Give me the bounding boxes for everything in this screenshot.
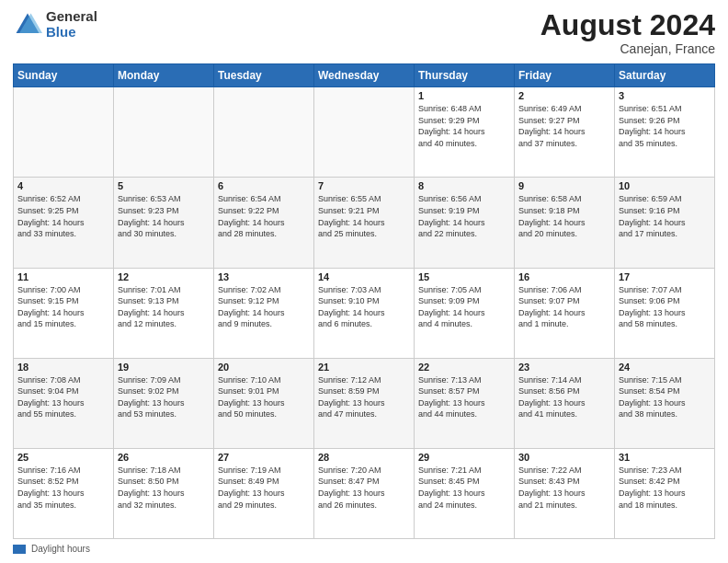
day-info-3-4: Sunrise: 7:13 AM Sunset: 8:57 PM Dayligh… [418,374,510,420]
week-row-0: 1Sunrise: 6:48 AM Sunset: 9:29 PM Daylig… [14,87,715,178]
day-info-3-2: Sunrise: 7:10 AM Sunset: 9:01 PM Dayligh… [218,374,310,420]
cell-1-0: 4Sunrise: 6:52 AM Sunset: 9:25 PM Daylig… [14,178,114,268]
cell-0-6: 3Sunrise: 6:51 AM Sunset: 9:26 PM Daylig… [615,87,715,178]
col-friday: Friday [515,64,615,87]
day-num-4-0: 25 [17,452,109,463]
cell-4-4: 29Sunrise: 7:21 AM Sunset: 8:45 PM Dayli… [415,448,515,538]
day-info-4-4: Sunrise: 7:21 AM Sunset: 8:45 PM Dayligh… [418,465,510,511]
cell-0-1 [114,87,214,178]
title-location: Canejan, France [540,41,715,56]
day-info-2-3: Sunrise: 7:03 AM Sunset: 9:10 PM Dayligh… [318,284,410,330]
day-num-3-4: 22 [418,362,510,373]
day-num-4-5: 30 [518,452,610,463]
cell-4-3: 28Sunrise: 7:20 AM Sunset: 8:47 PM Dayli… [314,448,415,538]
day-num-2-0: 11 [17,271,109,282]
day-info-2-2: Sunrise: 7:02 AM Sunset: 9:12 PM Dayligh… [218,284,310,330]
day-info-3-5: Sunrise: 7:14 AM Sunset: 8:56 PM Dayligh… [518,374,610,420]
col-monday: Monday [114,64,214,87]
cell-2-3: 14Sunrise: 7:03 AM Sunset: 9:10 PM Dayli… [314,268,415,358]
day-info-1-1: Sunrise: 6:53 AM Sunset: 9:23 PM Dayligh… [118,193,210,239]
col-saturday: Saturday [615,64,715,87]
day-num-4-2: 27 [218,452,310,463]
day-info-4-1: Sunrise: 7:18 AM Sunset: 8:50 PM Dayligh… [118,465,210,511]
cell-4-2: 27Sunrise: 7:19 AM Sunset: 8:49 PM Dayli… [214,448,314,538]
cell-2-1: 12Sunrise: 7:01 AM Sunset: 9:13 PM Dayli… [114,268,214,358]
cell-0-0 [14,87,114,178]
header-row: Sunday Monday Tuesday Wednesday Thursday… [14,64,715,87]
cell-1-3: 7Sunrise: 6:55 AM Sunset: 9:21 PM Daylig… [314,178,415,268]
day-info-2-6: Sunrise: 7:07 AM Sunset: 9:06 PM Dayligh… [619,284,711,330]
day-info-2-0: Sunrise: 7:00 AM Sunset: 9:15 PM Dayligh… [17,284,109,330]
day-info-3-6: Sunrise: 7:15 AM Sunset: 8:54 PM Dayligh… [619,374,711,420]
cell-1-1: 5Sunrise: 6:53 AM Sunset: 9:23 PM Daylig… [114,178,214,268]
day-info-1-5: Sunrise: 6:58 AM Sunset: 9:18 PM Dayligh… [518,193,610,239]
day-num-1-6: 10 [619,180,711,191]
cell-3-6: 24Sunrise: 7:15 AM Sunset: 8:54 PM Dayli… [615,358,715,448]
logo: General Blue [13,9,97,40]
week-row-3: 18Sunrise: 7:08 AM Sunset: 9:04 PM Dayli… [14,358,715,448]
day-num-1-0: 4 [17,180,109,191]
day-num-1-3: 7 [318,180,410,191]
cell-0-3 [314,87,415,178]
cell-4-5: 30Sunrise: 7:22 AM Sunset: 8:43 PM Dayli… [515,448,615,538]
day-num-3-3: 21 [318,362,410,373]
day-info-2-5: Sunrise: 7:06 AM Sunset: 9:07 PM Dayligh… [518,284,610,330]
cell-1-4: 8Sunrise: 6:56 AM Sunset: 9:19 PM Daylig… [415,178,515,268]
logo-text: General Blue [46,9,97,40]
day-info-1-3: Sunrise: 6:55 AM Sunset: 9:21 PM Dayligh… [318,193,410,239]
cell-2-5: 16Sunrise: 7:06 AM Sunset: 9:07 PM Dayli… [515,268,615,358]
header: General Blue August 2024 Canejan, France [13,9,715,56]
day-info-3-1: Sunrise: 7:09 AM Sunset: 9:02 PM Dayligh… [118,374,210,420]
title-month: August 2024 [540,9,715,41]
day-num-1-2: 6 [218,180,310,191]
cell-4-0: 25Sunrise: 7:16 AM Sunset: 8:52 PM Dayli… [14,448,114,538]
cell-0-5: 2Sunrise: 6:49 AM Sunset: 9:27 PM Daylig… [515,87,615,178]
day-num-1-4: 8 [418,180,510,191]
day-num-3-2: 20 [218,362,310,373]
week-row-1: 4Sunrise: 6:52 AM Sunset: 9:25 PM Daylig… [14,178,715,268]
day-info-1-0: Sunrise: 6:52 AM Sunset: 9:25 PM Dayligh… [17,193,109,239]
legend-label: Daylight hours [31,544,90,554]
cell-4-1: 26Sunrise: 7:18 AM Sunset: 8:50 PM Dayli… [114,448,214,538]
day-num-2-5: 16 [518,271,610,282]
legend-box [13,545,26,554]
cell-1-5: 9Sunrise: 6:58 AM Sunset: 9:18 PM Daylig… [515,178,615,268]
cell-4-6: 31Sunrise: 7:23 AM Sunset: 8:42 PM Dayli… [615,448,715,538]
calendar-table: Sunday Monday Tuesday Wednesday Thursday… [13,63,715,539]
day-num-1-5: 9 [518,180,610,191]
logo-blue: Blue [46,25,97,40]
day-num-2-2: 13 [218,271,310,282]
logo-icon [13,10,42,40]
cell-3-2: 20Sunrise: 7:10 AM Sunset: 9:01 PM Dayli… [214,358,314,448]
day-num-1-1: 5 [118,180,210,191]
cell-2-4: 15Sunrise: 7:05 AM Sunset: 9:09 PM Dayli… [415,268,515,358]
day-num-3-5: 23 [518,362,610,373]
logo-general: General [46,9,97,25]
week-row-4: 25Sunrise: 7:16 AM Sunset: 8:52 PM Dayli… [14,448,715,538]
day-num-2-6: 17 [619,271,711,282]
legend: Daylight hours [13,544,715,554]
day-info-4-5: Sunrise: 7:22 AM Sunset: 8:43 PM Dayligh… [518,465,610,511]
cell-2-2: 13Sunrise: 7:02 AM Sunset: 9:12 PM Dayli… [214,268,314,358]
day-info-4-3: Sunrise: 7:20 AM Sunset: 8:47 PM Dayligh… [318,465,410,511]
col-tuesday: Tuesday [214,64,314,87]
day-num-3-6: 24 [619,362,711,373]
cell-0-4: 1Sunrise: 6:48 AM Sunset: 9:29 PM Daylig… [415,87,515,178]
day-info-0-4: Sunrise: 6:48 AM Sunset: 9:29 PM Dayligh… [418,103,510,149]
cell-3-4: 22Sunrise: 7:13 AM Sunset: 8:57 PM Dayli… [415,358,515,448]
cell-2-6: 17Sunrise: 7:07 AM Sunset: 9:06 PM Dayli… [615,268,715,358]
title-block: August 2024 Canejan, France [540,9,715,56]
cell-2-0: 11Sunrise: 7:00 AM Sunset: 9:15 PM Dayli… [14,268,114,358]
cell-3-3: 21Sunrise: 7:12 AM Sunset: 8:59 PM Dayli… [314,358,415,448]
day-num-4-4: 29 [418,452,510,463]
day-info-4-2: Sunrise: 7:19 AM Sunset: 8:49 PM Dayligh… [218,465,310,511]
day-num-2-4: 15 [418,271,510,282]
day-info-0-5: Sunrise: 6:49 AM Sunset: 9:27 PM Dayligh… [518,103,610,149]
col-wednesday: Wednesday [314,64,415,87]
day-info-4-0: Sunrise: 7:16 AM Sunset: 8:52 PM Dayligh… [17,465,109,511]
day-num-4-6: 31 [619,452,711,463]
day-info-2-1: Sunrise: 7:01 AM Sunset: 9:13 PM Dayligh… [118,284,210,330]
cell-3-1: 19Sunrise: 7:09 AM Sunset: 9:02 PM Dayli… [114,358,214,448]
day-num-4-3: 28 [318,452,410,463]
day-info-2-4: Sunrise: 7:05 AM Sunset: 9:09 PM Dayligh… [418,284,510,330]
